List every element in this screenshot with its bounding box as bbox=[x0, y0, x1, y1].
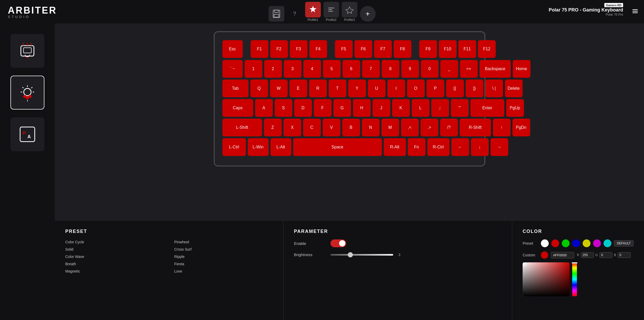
key-w[interactable]: W bbox=[270, 80, 288, 97]
preset-breath[interactable]: Breath bbox=[65, 261, 164, 267]
profile3-slot[interactable]: Profile3 bbox=[342, 2, 357, 22]
preset-cross-surf[interactable]: Cross Surf bbox=[174, 247, 273, 252]
key-right[interactable]: → bbox=[491, 138, 508, 156]
key-f9[interactable]: F9 bbox=[419, 40, 437, 58]
key-quote[interactable]: '" bbox=[451, 99, 469, 117]
key-lbracket[interactable]: [{ bbox=[446, 80, 464, 97]
preset-fiesta[interactable]: Fiesta bbox=[174, 261, 273, 267]
key-f6[interactable]: F6 bbox=[355, 40, 372, 58]
key-rshift[interactable]: R-Shift bbox=[460, 119, 491, 136]
gradient-picker[interactable] bbox=[523, 262, 570, 296]
key-rctrl[interactable]: R-Ctrl bbox=[427, 138, 450, 156]
key-caps[interactable]: Caps bbox=[222, 99, 253, 117]
key-p[interactable]: P bbox=[427, 80, 444, 97]
key-v[interactable]: V bbox=[323, 119, 340, 136]
swatch-blue[interactable] bbox=[572, 239, 580, 247]
swatch-white[interactable] bbox=[541, 239, 549, 247]
sidebar-item-macro[interactable]: P A bbox=[10, 117, 44, 151]
key-l[interactable]: L bbox=[412, 99, 429, 117]
key-z[interactable]: Z bbox=[264, 119, 282, 136]
profile2-slot[interactable]: Profile2 bbox=[323, 2, 339, 22]
key-4[interactable]: 4 bbox=[303, 60, 321, 78]
key-2[interactable]: 2 bbox=[264, 60, 282, 78]
key-f11[interactable]: F11 bbox=[458, 40, 476, 58]
custom-swatch[interactable] bbox=[541, 251, 548, 259]
key-home[interactable]: Home bbox=[513, 60, 530, 78]
default-button[interactable]: DEFAULT bbox=[614, 240, 634, 246]
key-y[interactable]: Y bbox=[348, 80, 366, 97]
swatch-green[interactable] bbox=[562, 239, 570, 247]
key-f8[interactable]: F8 bbox=[394, 40, 411, 58]
key-period[interactable]: .> bbox=[421, 119, 438, 136]
sidebar-item-lighting[interactable] bbox=[10, 76, 44, 110]
key-left[interactable]: ← bbox=[451, 138, 469, 156]
key-equals[interactable]: =+ bbox=[460, 60, 478, 78]
preset-pinwheel[interactable]: Pinwheel bbox=[174, 239, 273, 245]
preset-solid[interactable]: Solid bbox=[65, 247, 164, 252]
brightness-slider[interactable] bbox=[330, 254, 393, 256]
key-lwin[interactable]: L-Win bbox=[248, 138, 269, 156]
key-rbracket[interactable]: ]} bbox=[466, 80, 483, 97]
key-space[interactable]: Space bbox=[293, 138, 382, 156]
swatch-red[interactable] bbox=[551, 239, 559, 247]
key-s[interactable]: S bbox=[275, 99, 292, 117]
key-7[interactable]: 7 bbox=[362, 60, 380, 78]
key-lctrl[interactable]: L-Ctrl bbox=[222, 138, 246, 156]
key-c[interactable]: C bbox=[303, 119, 321, 136]
key-x[interactable]: X bbox=[283, 119, 301, 136]
key-t[interactable]: T bbox=[329, 80, 346, 97]
sidebar-item-device[interactable] bbox=[10, 34, 44, 68]
key-f[interactable]: F bbox=[314, 99, 332, 117]
key-i[interactable]: I bbox=[387, 80, 405, 97]
key-h[interactable]: H bbox=[353, 99, 371, 117]
key-1[interactable]: 1 bbox=[245, 60, 262, 78]
key-3[interactable]: 3 bbox=[284, 60, 302, 78]
hex-input[interactable] bbox=[551, 252, 574, 258]
key-up[interactable]: ↑ bbox=[493, 119, 511, 136]
key-down[interactable]: ↓ bbox=[471, 138, 489, 156]
key-d[interactable]: D bbox=[294, 99, 312, 117]
key-f5[interactable]: F5 bbox=[335, 40, 353, 58]
r-input[interactable] bbox=[581, 252, 594, 258]
key-ralt[interactable]: R-Alt bbox=[384, 138, 406, 156]
key-delete[interactable]: Delete bbox=[505, 80, 523, 97]
g-input[interactable] bbox=[599, 252, 612, 258]
hue-bar[interactable] bbox=[572, 262, 577, 296]
key-0[interactable]: 0 bbox=[421, 60, 439, 78]
key-g[interactable]: G bbox=[333, 99, 351, 117]
key-b[interactable]: B bbox=[342, 119, 360, 136]
add-profile-button[interactable]: + bbox=[360, 6, 376, 22]
key-backslash[interactable]: \ | bbox=[485, 80, 503, 97]
key-semicolon[interactable]: ;: bbox=[431, 99, 449, 117]
key-enter[interactable]: Enter bbox=[470, 99, 504, 117]
swatch-cyan[interactable] bbox=[604, 239, 611, 247]
key-lshift[interactable]: L-Shift bbox=[222, 119, 262, 136]
key-f2[interactable]: F2 bbox=[270, 40, 288, 58]
key-minus[interactable]: _ bbox=[440, 60, 458, 78]
key-backtick[interactable]: ` ~ bbox=[222, 60, 243, 78]
key-q[interactable]: Q bbox=[250, 80, 268, 97]
preset-color-cycle[interactable]: Color Cycle bbox=[65, 239, 164, 245]
preset-magnetic[interactable]: Magnetic bbox=[65, 269, 164, 274]
swatch-magenta[interactable] bbox=[593, 239, 601, 247]
enable-toggle[interactable] bbox=[330, 239, 346, 247]
swatch-yellow[interactable] bbox=[583, 239, 590, 247]
key-pgdn[interactable]: PgDn bbox=[512, 119, 530, 136]
key-f12[interactable]: F12 bbox=[478, 40, 496, 58]
key-slash[interactable]: /? bbox=[440, 119, 458, 136]
key-5[interactable]: 5 bbox=[323, 60, 341, 78]
key-backspace[interactable]: Backspace bbox=[480, 60, 511, 78]
preset-ripple[interactable]: Ripple bbox=[174, 254, 273, 259]
preset-color-wave[interactable]: Color Wave bbox=[65, 254, 164, 259]
key-f3[interactable]: F3 bbox=[290, 40, 308, 58]
key-k[interactable]: K bbox=[392, 99, 410, 117]
key-f4[interactable]: F4 bbox=[309, 40, 327, 58]
b-input[interactable] bbox=[618, 252, 631, 258]
key-f7[interactable]: F7 bbox=[374, 40, 392, 58]
key-comma[interactable]: ,< bbox=[401, 119, 419, 136]
help-icon[interactable]: ? bbox=[287, 6, 303, 22]
key-pgup[interactable]: PgUp bbox=[506, 99, 524, 117]
key-6[interactable]: 6 bbox=[342, 60, 360, 78]
key-r[interactable]: R bbox=[309, 80, 327, 97]
key-esc[interactable]: Esc bbox=[222, 40, 243, 58]
